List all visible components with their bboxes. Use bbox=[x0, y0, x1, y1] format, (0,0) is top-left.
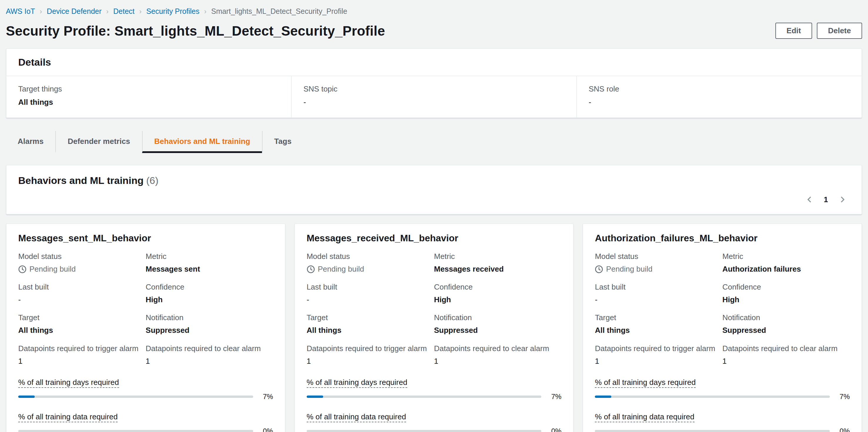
confidence-field: Confidence High bbox=[722, 282, 850, 305]
target-value: All things bbox=[307, 325, 434, 336]
progress-track bbox=[307, 396, 541, 398]
model-status-label: Model status bbox=[18, 251, 146, 262]
progress-track bbox=[595, 396, 830, 398]
target-value: All things bbox=[18, 325, 146, 336]
breadcrumb-link-aws-iot[interactable]: AWS IoT bbox=[6, 7, 35, 16]
target-field: Target All things bbox=[307, 313, 434, 336]
progress-fill bbox=[307, 396, 323, 398]
training-data-percent: 0% bbox=[836, 427, 850, 432]
notification-label: Notification bbox=[434, 313, 561, 323]
behavior-fields: Model status Pending build Metric Messag… bbox=[307, 251, 562, 366]
datapoints-clear-label: Datapoints required to clear alarm bbox=[434, 343, 561, 354]
chevron-right-icon bbox=[839, 196, 846, 205]
training-data-progressbar: 0% bbox=[18, 427, 273, 432]
model-status-label: Model status bbox=[595, 251, 722, 262]
model-status-field: Model status Pending build bbox=[595, 251, 722, 274]
progress-track bbox=[18, 430, 253, 432]
datapoints-trigger-label: Datapoints required to trigger alarm bbox=[307, 343, 434, 354]
breadcrumb-separator-icon: › bbox=[35, 7, 47, 16]
metric-label: Metric bbox=[434, 251, 561, 262]
target-field: Target All things bbox=[18, 313, 146, 336]
datapoints-clear-field: Datapoints required to clear alarm 1 bbox=[722, 343, 850, 366]
training-days-required-link[interactable]: % of all training days required bbox=[595, 378, 696, 388]
tab-tags[interactable]: Tags bbox=[262, 131, 304, 153]
training-days-required-link[interactable]: % of all training days required bbox=[18, 378, 119, 388]
training-data-section: % of all training data required 0% bbox=[595, 411, 850, 432]
datapoints-trigger-label: Datapoints required to trigger alarm bbox=[595, 343, 722, 354]
details-field-sns-role: SNS role - bbox=[576, 76, 862, 117]
behaviors-section-title: Behaviors and ML training bbox=[18, 175, 144, 186]
tab-bar: Alarms Defender metrics Behaviors and ML… bbox=[6, 131, 862, 153]
breadcrumb-link-security-profiles[interactable]: Security Profiles bbox=[147, 7, 200, 16]
breadcrumb-separator-icon: › bbox=[199, 7, 211, 16]
datapoints-clear-field: Datapoints required to clear alarm 1 bbox=[434, 343, 561, 366]
training-days-section: % of all training days required 7% bbox=[307, 376, 562, 401]
confidence-field: Confidence High bbox=[434, 282, 561, 305]
breadcrumb-separator-icon: › bbox=[101, 7, 113, 16]
pending-build-icon bbox=[18, 265, 27, 273]
training-days-progressbar: 7% bbox=[307, 393, 562, 401]
confidence-label: Confidence bbox=[722, 282, 850, 292]
training-data-progressbar: 0% bbox=[307, 427, 562, 432]
breadcrumb: AWS IoT › Device Defender › Detect › Sec… bbox=[6, 5, 862, 22]
model-status-value: Pending build bbox=[18, 264, 146, 274]
sns-role-label: SNS role bbox=[589, 84, 850, 93]
breadcrumb-link-detect[interactable]: Detect bbox=[113, 7, 134, 16]
notification-field: Notification Suppressed bbox=[146, 313, 273, 336]
datapoints-clear-value: 1 bbox=[146, 356, 273, 366]
details-body: Target things All things SNS topic - SNS… bbox=[6, 76, 862, 117]
datapoints-trigger-value: 1 bbox=[595, 356, 722, 366]
pagination: 1 bbox=[18, 186, 850, 209]
metric-label: Metric bbox=[722, 251, 850, 262]
training-days-percent: 7% bbox=[547, 393, 561, 401]
training-data-section: % of all training data required 0% bbox=[18, 411, 273, 432]
datapoints-trigger-field: Datapoints required to trigger alarm 1 bbox=[307, 343, 434, 366]
pagination-previous-button[interactable] bbox=[805, 195, 814, 204]
last-built-field: Last built - bbox=[307, 282, 434, 305]
pending-build-icon bbox=[595, 265, 603, 273]
notification-field: Notification Suppressed bbox=[722, 313, 850, 336]
last-built-label: Last built bbox=[595, 282, 722, 292]
delete-button[interactable]: Delete bbox=[817, 23, 862, 39]
details-field-sns-topic: SNS topic - bbox=[291, 76, 576, 117]
behavior-card-title: Authorization_failures_ML_behavior bbox=[595, 233, 850, 244]
metric-label: Metric bbox=[146, 251, 273, 262]
confidence-value: High bbox=[722, 294, 850, 305]
metric-field: Metric Messages received bbox=[434, 251, 561, 274]
pending-build-icon bbox=[307, 265, 315, 273]
edit-button[interactable]: Edit bbox=[775, 23, 812, 39]
notification-label: Notification bbox=[146, 313, 273, 323]
behavior-card-authorization-failures: Authorization_failures_ML_behavior Model… bbox=[583, 223, 862, 432]
training-data-percent: 0% bbox=[259, 427, 273, 432]
training-days-section: % of all training days required 7% bbox=[18, 376, 273, 401]
breadcrumb-link-device-defender[interactable]: Device Defender bbox=[47, 7, 101, 16]
model-status-text: Pending build bbox=[606, 264, 652, 274]
training-data-required-link[interactable]: % of all training data required bbox=[307, 412, 406, 422]
confidence-value: High bbox=[146, 294, 273, 305]
breadcrumb-current: Smart_lights_ML_Detect_Security_Profile bbox=[211, 7, 347, 16]
behavior-card-title: Messages_received_ML_behavior bbox=[307, 233, 562, 244]
metric-field: Metric Messages sent bbox=[146, 251, 273, 274]
last-built-value: - bbox=[18, 294, 146, 305]
training-days-required-link[interactable]: % of all training days required bbox=[307, 378, 407, 388]
last-built-value: - bbox=[595, 294, 722, 305]
training-data-required-link[interactable]: % of all training data required bbox=[18, 412, 118, 422]
details-header: Details bbox=[6, 49, 862, 76]
model-status-text: Pending build bbox=[29, 264, 76, 274]
training-days-section: % of all training days required 7% bbox=[595, 376, 850, 401]
details-title: Details bbox=[18, 57, 51, 68]
tab-behaviors-and-ml-training[interactable]: Behaviors and ML training bbox=[142, 131, 262, 153]
chevron-left-icon bbox=[806, 196, 813, 205]
progress-track bbox=[18, 396, 253, 398]
behavior-cards-grid: Messages_sent_ML_behavior Model status P… bbox=[6, 223, 862, 432]
training-data-progressbar: 0% bbox=[595, 427, 850, 432]
training-data-required-link[interactable]: % of all training data required bbox=[595, 412, 694, 422]
metric-field: Metric Authorization failures bbox=[722, 251, 850, 274]
tab-alarms[interactable]: Alarms bbox=[6, 131, 55, 153]
behaviors-count: (6) bbox=[146, 175, 158, 186]
pagination-next-button[interactable] bbox=[837, 195, 847, 204]
tab-defender-metrics[interactable]: Defender metrics bbox=[55, 131, 142, 153]
sns-topic-label: SNS topic bbox=[304, 84, 564, 93]
notification-value: Suppressed bbox=[146, 325, 273, 336]
page-header: Security Profile: Smart_lights_ML_Detect… bbox=[6, 23, 862, 39]
